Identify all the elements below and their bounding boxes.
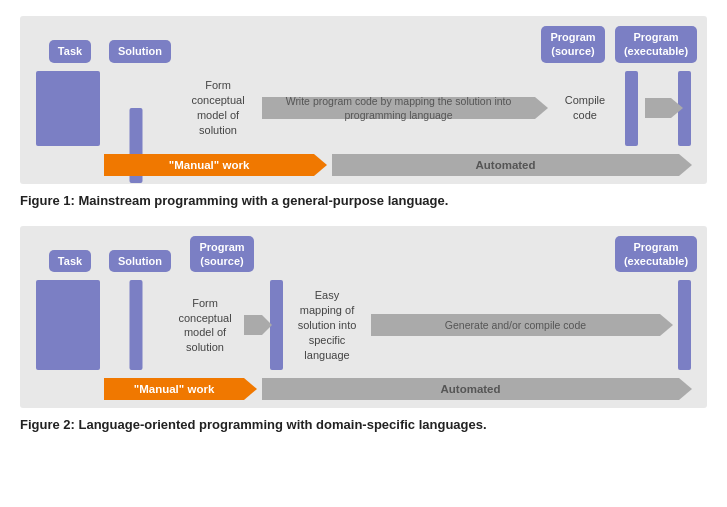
fig1-task-bar	[36, 71, 100, 146]
fig2-step2-text: Easy mapping of solution into specific l…	[291, 288, 363, 362]
fig2-task-bar	[36, 280, 100, 370]
figure1-diagram: Task Solution Program (source) Program (…	[20, 16, 707, 184]
fig2-step1-text: Form conceptual model of solution	[172, 296, 238, 355]
fig2-solution-bar	[130, 280, 143, 370]
fig1-solution-label: Solution	[109, 40, 171, 62]
fig1-prog-source-label: Program (source)	[541, 26, 604, 63]
fig1-step3-text: Compile code	[557, 93, 613, 123]
fig1-step1-text: Form conceptual model of solution	[178, 78, 258, 137]
fig1-automated-label: Automated	[475, 159, 535, 171]
figure2-caption: Figure 2: Language-oriented programming …	[20, 416, 707, 434]
figure1-section: Task Solution Program (source) Program (…	[20, 16, 707, 210]
fig2-prog-exec-label: Program (executable)	[615, 236, 697, 273]
fig2-solution-label: Solution	[109, 250, 171, 272]
fig2-task-label: Task	[49, 250, 91, 272]
fig1-step2-text: Write program code by mapping the soluti…	[262, 94, 535, 122]
figure2-diagram: Task Solution Program (source) Program (…	[20, 226, 707, 409]
fig1-prog-exec-label: Program (executable)	[615, 26, 697, 63]
figure1-caption: Figure 1: Mainstream programming with a …	[20, 192, 707, 210]
fig2-manual-label: "Manual" work	[134, 383, 215, 395]
fig2-prog-source-label: Program (source)	[190, 236, 253, 273]
fig1-prog-source-bar	[625, 71, 638, 146]
fig2-prog-exec-bar	[678, 280, 691, 370]
fig1-task-label: Task	[49, 40, 91, 62]
fig2-automated-label: Automated	[440, 383, 500, 395]
figure2-section: Task Solution Program (source) Program (…	[20, 226, 707, 435]
fig1-manual-label: "Manual" work	[169, 159, 250, 171]
fig2-step3-text: Generate and/or compile code	[441, 318, 590, 332]
